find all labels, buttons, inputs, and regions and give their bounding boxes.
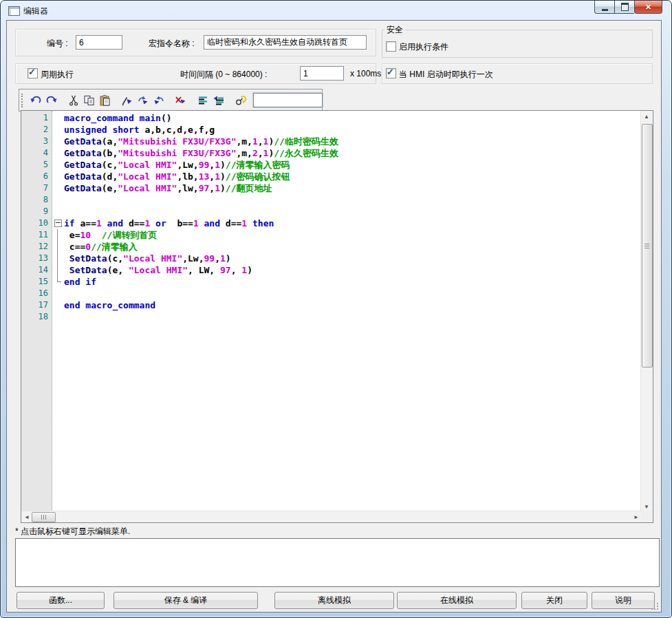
- vertical-scroll-thumb[interactable]: [642, 124, 653, 367]
- fold-gutter: [53, 194, 64, 206]
- run-on-startup-checkbox[interactable]: [386, 68, 396, 78]
- help-button[interactable]: 说明: [592, 592, 655, 609]
- enable-condition-checkbox[interactable]: [386, 41, 396, 52]
- code-text: GetData(e,"Local HMI",lw,97,1)//翻页地址: [64, 182, 272, 194]
- macro-info-panel: 编号 : 宏指令名称 :: [15, 29, 376, 56]
- online-simulation-button[interactable]: 在线模拟: [397, 592, 517, 609]
- find-icon[interactable]: [232, 92, 248, 108]
- periodic-panel: 周期执行 时间间隔 (0 ~ 864000) : x 100ms: [15, 63, 376, 84]
- code-text: end macro_command: [64, 299, 155, 311]
- copy-icon[interactable]: [81, 92, 97, 108]
- scroll-down-arrow-icon[interactable]: ▼: [641, 501, 652, 512]
- code-line[interactable]: 8: [21, 194, 640, 206]
- code-line[interactable]: 16: [21, 288, 640, 299]
- fold-gutter: [53, 147, 64, 159]
- fold-gutter: [53, 206, 64, 217]
- interval-label: 时间间隔 (0 ~ 864000) :: [180, 69, 267, 81]
- code-text: GetData(b,"Mitsubishi FX3U/FX3G",m,2,1)/…: [64, 147, 338, 159]
- window-icon: [8, 6, 20, 16]
- enable-condition-label: 启用执行条件: [399, 41, 448, 53]
- code-line[interactable]: 6GetData(d,"Local HMI",lb,13,1)//密码确认按钮: [21, 171, 640, 182]
- macro-id-input[interactable]: [76, 35, 122, 50]
- code-line[interactable]: 14 SetData(e, "Local HMI", LW, 97, 1): [21, 264, 640, 276]
- macro-name-input[interactable]: [204, 35, 367, 50]
- resize-grip[interactable]: [651, 603, 659, 610]
- paste-icon[interactable]: [97, 92, 113, 108]
- periodic-checkbox[interactable]: [28, 68, 38, 78]
- close-button[interactable]: ✕: [634, 1, 662, 14]
- scroll-up-arrow-icon[interactable]: ▲: [641, 111, 652, 122]
- code-text: unsigned short a,b,c,d,e,f,g: [64, 124, 215, 136]
- code-line[interactable]: 2unsigned short a,b,c,d,e,f,g: [21, 124, 640, 136]
- horizontal-scroll-thumb[interactable]: [32, 512, 56, 522]
- fold-gutter: [53, 288, 64, 299]
- clear-bookmarks-icon[interactable]: [173, 92, 188, 108]
- code-line[interactable]: 10if a==1 and d==1 or b==1 and d==1 then: [21, 217, 640, 229]
- minimize-icon: [602, 9, 608, 11]
- code-line[interactable]: 4GetData(b,"Mitsubishi FX3U/FX3G",m,2,1)…: [21, 147, 640, 159]
- goto-statement-icon[interactable]: [210, 92, 226, 108]
- close-dialog-button[interactable]: 关闭: [521, 592, 587, 609]
- next-bookmark-icon[interactable]: [135, 92, 151, 108]
- interval-input[interactable]: [300, 66, 344, 81]
- fold-marker[interactable]: [53, 217, 64, 229]
- minimize-button[interactable]: [594, 1, 614, 14]
- code-line[interactable]: 12 c==0//清零输入: [21, 241, 640, 253]
- message-output-box[interactable]: [15, 538, 660, 587]
- hint-text: * 点击鼠标右键可显示编辑菜单.: [15, 526, 130, 537]
- toggle-bookmark-icon[interactable]: [119, 92, 135, 108]
- code-line[interactable]: 5GetData(c,"Local HMI",Lw,99,1)//清零输入密码: [21, 159, 640, 171]
- macro-id-label: 编号 :: [47, 38, 68, 50]
- offline-simulation-button[interactable]: 离线模拟: [274, 592, 394, 609]
- search-input[interactable]: [253, 93, 323, 107]
- horizontal-scrollbar[interactable]: ◄ ►: [21, 511, 642, 522]
- line-number: 4: [21, 147, 52, 159]
- maximize-button[interactable]: [614, 1, 634, 14]
- code-line[interactable]: 1macro_command main(): [21, 112, 640, 124]
- undo-icon[interactable]: [28, 92, 43, 108]
- line-number: 16: [21, 288, 52, 299]
- code-line[interactable]: 3GetData(a,"Mitsubishi FX3U/FX3G",m,1,1)…: [21, 136, 640, 147]
- code-line[interactable]: 7GetData(e,"Local HMI",lw,97,1)//翻页地址: [21, 182, 640, 194]
- fold-gutter: [53, 124, 64, 136]
- code-line[interactable]: 13 SetData(c,"Local HMI",Lw,99,1): [21, 253, 640, 264]
- fold-gutter: [53, 182, 64, 194]
- run-on-startup-label: 当 HMI 启动时即执行一次: [399, 69, 493, 81]
- line-number: 18: [21, 311, 52, 323]
- code-text: GetData(a,"Mitsubishi FX3U/FX3G",m,1,1)/…: [64, 136, 338, 147]
- scrollbar-corner: [641, 511, 653, 522]
- line-number: 2: [21, 124, 52, 136]
- code-text: SetData(c,"Local HMI",Lw,99,1): [64, 253, 231, 264]
- title-bar[interactable]: 编辑器 ✕: [1, 1, 671, 20]
- toolbar: [19, 89, 323, 111]
- code-line[interactable]: 17end macro_command: [21, 299, 640, 311]
- scroll-left-arrow-icon[interactable]: ◄: [21, 511, 32, 522]
- interval-unit-label: x 100ms: [350, 69, 381, 78]
- code-editor[interactable]: 1macro_command main()2unsigned short a,b…: [21, 110, 653, 523]
- previous-bookmark-icon[interactable]: [151, 92, 166, 108]
- vertical-scrollbar[interactable]: ▲ ▼: [640, 111, 653, 512]
- macro-name-label: 宏指令名称 :: [149, 38, 195, 50]
- code-text: c==0//清零输入: [64, 241, 138, 253]
- line-number: 1: [21, 112, 52, 124]
- code-line[interactable]: 18: [21, 311, 640, 323]
- scroll-right-arrow-icon[interactable]: ►: [631, 511, 642, 522]
- code-line[interactable]: 9: [21, 206, 640, 217]
- toolbar-grip[interactable]: [21, 94, 24, 107]
- code-text: macro_command main(): [64, 112, 172, 124]
- code-line[interactable]: 15end if: [21, 276, 640, 288]
- fold-marker: [53, 264, 64, 276]
- collapse-icon[interactable]: [54, 220, 62, 227]
- code-line[interactable]: 11 e=10 //调转到首页: [21, 229, 640, 241]
- functions-button[interactable]: 函数...: [17, 592, 105, 609]
- statement-list-icon[interactable]: [195, 92, 210, 108]
- cut-icon[interactable]: [65, 92, 81, 108]
- redo-icon[interactable]: [43, 92, 59, 108]
- code-text: SetData(e, "Local HMI", LW, 97, 1): [64, 264, 252, 276]
- line-number: 13: [21, 253, 52, 264]
- fold-gutter: [53, 311, 64, 323]
- startup-panel: 当 HMI 启动时即执行一次: [382, 63, 653, 84]
- save-compile-button[interactable]: 保存 & 编译: [113, 592, 258, 609]
- periodic-label: 周期执行: [41, 69, 74, 81]
- code-text: end if: [64, 276, 96, 288]
